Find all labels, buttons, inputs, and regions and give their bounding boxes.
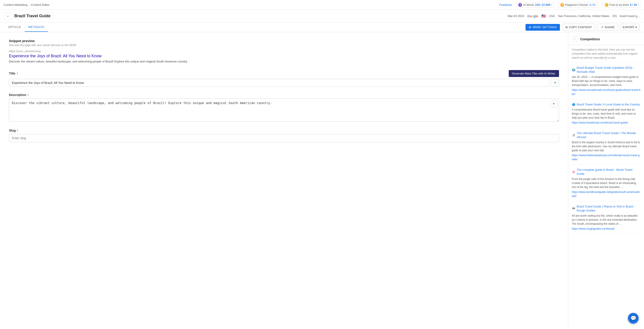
description-sparkle-button[interactable]: ✦	[550, 100, 557, 107]
free-try-superscript: f	[638, 4, 638, 6]
tab-metadata[interactable]: METADATA	[24, 23, 48, 32]
competitor-1-link[interactable]: Brazil Budget Travel Guide (Updated 2023…	[577, 66, 640, 74]
competitor-3-title-row: 🏖 The Ultimate Brazil Travel Guide • The…	[572, 131, 640, 139]
sidebar-back-button[interactable]: ←	[572, 36, 578, 42]
title-input-row: ✦	[9, 79, 559, 87]
header-bar: ← Brazil Travel Guide Mar-03 2023 Google…	[0, 10, 644, 22]
header-meta: Mar-03 2023 Google 🇺🇸 USA San Francisco,…	[508, 14, 640, 18]
competitor-2-favicon: 🌎	[572, 103, 575, 106]
description-input-row: ✦	[9, 99, 559, 122]
date-label: Mar-03 2023	[508, 14, 524, 18]
competitor-list: 🌍 Brazil Budget Travel Guide (Updated 20…	[568, 63, 644, 234]
location-label: San Francisco, California, United States	[558, 14, 610, 18]
slug-info-icon[interactable]: ℹ	[17, 129, 18, 132]
title-info-icon[interactable]: ℹ	[17, 72, 18, 75]
competitor-item: 🏖 The Ultimate Brazil Travel Guide • The…	[572, 128, 640, 165]
sidebar-right: ← Competitors Competitors added to the b…	[568, 32, 644, 329]
competitor-2-link[interactable]: Brazil Travel Guide: A Local Guide to th…	[577, 103, 640, 107]
slug-label-text: Slug	[9, 129, 16, 132]
competitor-3-url: https://www.theblondeabroad.com/ultimate…	[572, 154, 640, 161]
top-nav: Content Marketing › Content Editor Feedb…	[0, 0, 644, 10]
snippet-preview-subtitle: See how the page with your article will …	[9, 44, 559, 47]
ai-words-label: AI Words	[523, 3, 534, 7]
slug-input[interactable]	[9, 134, 559, 142]
plagiarism-superscript: f	[596, 4, 596, 6]
competitor-3-snippet: Brazil is the largest country in South A…	[572, 140, 640, 152]
competitor-4-snippet: From the jungle calls of the Amazon to t…	[572, 177, 640, 189]
competitor-item: 🌍 Brazil Budget Travel Guide (Updated 20…	[572, 63, 640, 99]
title-section: Title ℹ Generate Meta Title with AI Writ…	[9, 70, 559, 87]
copy-content-button[interactable]: ⧉ COPY CONTENT	[562, 24, 595, 31]
competitor-4-title-row: 🌸 The complete guide to Brazil - World T…	[572, 168, 640, 176]
ai-words-badge[interactable]: A AI Words 210 / 27,000 f	[516, 2, 554, 8]
breadcrumb: Content Marketing › Content Editor	[4, 3, 50, 7]
competitor-1-snippet: Jan 20, 2023 — A comprehensive budget tr…	[572, 75, 640, 87]
ai-words-superscript: f	[551, 4, 552, 6]
competitor-5-snippet: All are worth visiting but Rio, which re…	[572, 214, 640, 226]
content-area: Snippet preview See how the page with yo…	[0, 32, 568, 329]
sidebar-description: Competitors added to the brief. Here you…	[568, 45, 644, 63]
competitor-5-title-row: 🗺 Brazil Travel Guide | Places to Visit …	[572, 205, 640, 213]
title-input[interactable]	[9, 79, 549, 87]
competitor-1-favicon: 🌍	[572, 68, 575, 72]
sidebar-back-arrow-icon: ←	[574, 37, 576, 41]
description-info-icon[interactable]: ℹ	[28, 93, 28, 97]
keyword-label: brazil travel g...	[620, 14, 640, 18]
tab-actions: ⚙ BRIEF SETTINGS ⧉ COPY CONTENT ↗ SHARE …	[526, 24, 640, 31]
plagiarism-value: 1 / 3	[590, 3, 594, 7]
free-try-badge[interactable]: F Free-to-try limits 6 / 19 f	[603, 2, 640, 8]
chat-bubble[interactable]: 💬	[628, 313, 639, 324]
competitor-5-favicon: 🗺	[572, 207, 575, 210]
free-try-value: 6 / 19	[630, 3, 636, 7]
slug-label: Slug ℹ	[9, 129, 559, 132]
ai-words-icon: A	[518, 3, 522, 7]
competitor-2-url: https://www.iheartbrazil.com/brazil-trav…	[572, 121, 628, 124]
competitor-3-link[interactable]: The Ultimate Brazil Travel Guide • The B…	[577, 131, 640, 139]
share-button[interactable]: ↗ SHARE	[598, 24, 618, 31]
plagiarism-badge[interactable]: P Plagiarism Checker 1 / 3 f	[558, 2, 598, 8]
snippet-preview-heading: Snippet preview	[9, 39, 559, 43]
competitor-5-link[interactable]: Brazil Travel Guide | Places to Visit in…	[577, 205, 640, 213]
back-button[interactable]: ←	[4, 13, 12, 20]
share-label: SHARE	[605, 26, 615, 29]
plagiarism-icon: P	[560, 3, 564, 7]
export-button[interactable]: EXPORT ▾	[620, 24, 640, 31]
competitor-1-title-row: 🌍 Brazil Budget Travel Guide (Updated 20…	[572, 66, 640, 74]
sidebar-header: ← Competitors	[568, 32, 644, 45]
sidebar-title: Competitors	[580, 37, 600, 41]
free-try-label: Free-to-try limits	[610, 3, 629, 7]
breadcrumb-chevron: ›	[28, 3, 30, 7]
tab-article[interactable]: ARTICLE	[4, 23, 24, 32]
competitor-4-link[interactable]: The complete guide to Brazil - World Tra…	[577, 168, 640, 176]
description-textarea[interactable]	[9, 99, 559, 122]
generate-meta-title-button[interactable]: Generate Meta Title with AI Writer.	[509, 70, 559, 77]
export-label: EXPORT	[623, 26, 634, 29]
competitor-2-snippet: A comprehensive Brazil travel guide with…	[572, 108, 640, 120]
title-sparkle-button[interactable]: ✦	[551, 79, 559, 87]
competitor-2-title-row: 🌎 Brazil Travel Guide: A Local Guide to …	[572, 103, 640, 107]
brief-settings-button[interactable]: ⚙ BRIEF SETTINGS	[526, 24, 560, 31]
feedback-link[interactable]: Feedback	[499, 3, 512, 7]
snippet-preview: Snippet preview See how the page with yo…	[9, 39, 559, 64]
slug-section: Slug ℹ	[9, 129, 559, 142]
description-textarea-wrapper: ✦	[9, 99, 559, 122]
breadcrumb-content-marketing[interactable]: Content Marketing	[4, 3, 27, 7]
competitor-item: 🗺 Brazil Travel Guide | Places to Visit …	[572, 201, 640, 234]
breadcrumb-content-editor[interactable]: Content Editor	[31, 3, 50, 7]
page-title: Brazil Travel Guide	[14, 14, 508, 18]
competitor-item: 🌸 The complete guide to Brazil - World T…	[572, 165, 640, 201]
snippet-title-link[interactable]: Experience the Joys of Brazil: All You N…	[9, 54, 559, 58]
language-label: EN	[613, 14, 617, 18]
sparkle-icon: ✦	[554, 81, 556, 85]
back-arrow-icon: ←	[6, 14, 10, 18]
description-sparkle-icon: ✦	[552, 102, 555, 106]
brief-settings-label: BRIEF SETTINGS	[533, 26, 557, 29]
title-label: Title ℹ Generate Meta Title with AI Writ…	[9, 70, 559, 77]
chevron-down-icon: ▾	[636, 26, 637, 29]
snippet-url: https://your_domain/slug	[9, 50, 559, 53]
ai-words-value: 210 / 27,000	[535, 3, 550, 7]
description-section: Description ℹ ✦	[9, 93, 559, 122]
competitor-5-url: https://www.roughguides.com/brazil/	[572, 227, 615, 230]
competitor-3-favicon: 🏖	[572, 133, 575, 137]
plagiarism-label: Plagiarism Checker	[565, 3, 588, 7]
